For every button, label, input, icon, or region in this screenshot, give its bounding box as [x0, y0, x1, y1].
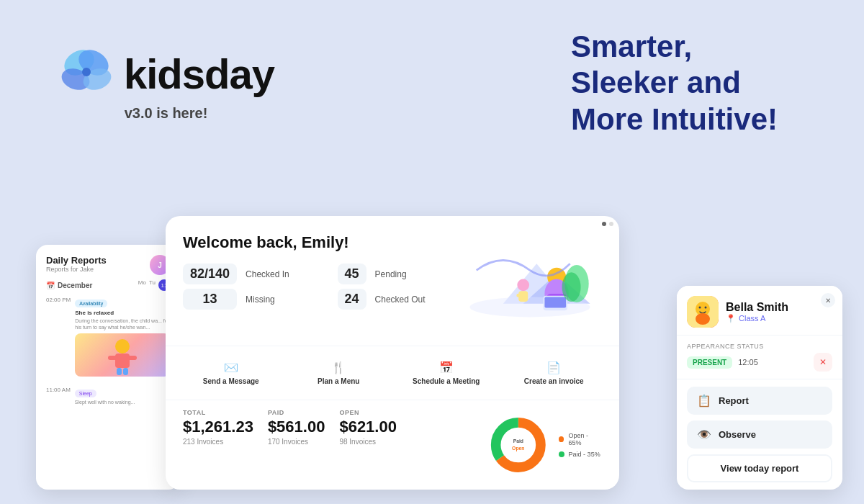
send-message-label: Send a Message [203, 377, 259, 385]
dashboard-top: Welcome back, Emily! 82/140 Checked In 4… [166, 216, 619, 346]
checked-in-label: Checked In [246, 269, 328, 279]
kidsday-logo-icon [58, 45, 115, 102]
missing-label: Missing [246, 294, 328, 305]
chart-container: Paid Open Open - 65% Paid - 35% [487, 409, 602, 481]
paid-legend-label: Paid - 35% [569, 451, 600, 458]
calendar-nav[interactable]: 📅 December Mo Tu 11 [46, 279, 170, 291]
main-dashboard-card: Welcome back, Emily! 82/140 Checked In 4… [166, 216, 619, 490]
svg-point-32 [705, 307, 707, 309]
open-stat: OPEN $621.00 98 Invoices [339, 409, 397, 481]
svg-rect-9 [117, 368, 122, 375]
plan-menu-label: Plan a Menu [318, 377, 359, 385]
header: kidsday v3.0 is here! Smarter, Sleeker a… [0, 0, 864, 152]
dashboard-bottom: TOTAL $1,261.23 213 Invoices PAID $561.0… [166, 400, 619, 490]
tagline-text: Smarter, Sleeker and More Intuitive! [571, 29, 778, 138]
time-label-1: 02:00 PM [46, 295, 71, 303]
daily-reports-subtitle: Reports for Jake [46, 266, 107, 273]
schedule-meeting-label: Schedule a Meeting [413, 377, 480, 385]
bella-avatar-illustration [687, 296, 719, 328]
bella-name: Bella Smith [726, 301, 832, 314]
class-label: Class A [739, 314, 765, 323]
view-today-button[interactable]: View today report [687, 454, 832, 482]
bella-info: Bella Smith 📍 Class A [726, 301, 832, 323]
total-stat: TOTAL $1,261.23 213 Invoices [183, 409, 253, 481]
month-label: December [58, 282, 92, 289]
svg-point-4 [82, 68, 91, 76]
daily-reports-title: Daily Reports [46, 255, 107, 266]
schedule-meeting-button[interactable]: 📅 Schedule a Meeting [392, 355, 500, 391]
open-legend: Open - 65% [559, 432, 602, 446]
schedule-meeting-icon: 📅 [439, 361, 454, 374]
checked-out-count: 24 [338, 289, 366, 310]
time-entry-2: 11:00 AM Sleep Slept well with no waking… [46, 385, 170, 405]
svg-point-19 [517, 279, 529, 292]
calendar-icon: 📅 [46, 282, 55, 289]
entry1-title: She is relaxed [75, 310, 170, 316]
present-badge: PRESENT [687, 356, 732, 369]
open-legend-label: Open - 65% [568, 432, 602, 446]
entry1-desc: During the conversation, the child wa...… [75, 318, 170, 330]
action-buttons-row: ✉️ Send a Message 🍴 Plan a Menu 📅 Schedu… [166, 346, 619, 400]
svg-rect-18 [544, 297, 566, 308]
dot-1 [602, 222, 606, 226]
bella-actions: 📋 Report 👁️ Observe View today report [677, 379, 842, 490]
bella-header: Bella Smith 📍 Class A ✕ [677, 286, 842, 336]
paid-invoices: 170 Invoices [268, 438, 325, 446]
svg-rect-8 [128, 356, 137, 360]
create-invoice-icon: 📄 [546, 361, 561, 374]
svg-text:Open: Open [512, 446, 524, 451]
dot-2 [609, 222, 613, 226]
bella-smith-card: Bella Smith 📍 Class A ✕ Appearance Statu… [677, 286, 842, 490]
send-message-icon: ✉️ [224, 361, 238, 374]
report-label: Report [719, 395, 749, 406]
observe-button[interactable]: 👁️ Observe [687, 420, 832, 449]
pending-count: 45 [338, 264, 366, 284]
welcome-title: Welcome back, Emily! [183, 233, 458, 252]
report-button[interactable]: 📋 Report [687, 387, 832, 415]
pending-label: Pending [375, 269, 458, 279]
dismiss-status-button[interactable]: ✕ [814, 353, 832, 372]
open-label: OPEN [339, 409, 397, 416]
daily-reports-card: Daily Reports Reports for Jake J 📅 Decem… [36, 245, 180, 490]
create-invoice-label: Create an invoice [524, 377, 584, 385]
entry1-image [75, 333, 170, 377]
time-entry-1: 02:00 PM Availability She is relaxed Dur… [46, 295, 170, 379]
appearance-status-row: PRESENT 12:05 ✕ [687, 353, 832, 372]
close-button[interactable]: ✕ [821, 293, 835, 307]
svg-rect-6 [115, 354, 130, 368]
create-invoice-button[interactable]: 📄 Create an invoice [500, 355, 608, 391]
paid-value: $561.00 [268, 418, 325, 436]
checked-out-label: Checked Out [375, 294, 458, 305]
observe-icon: 👁️ [697, 428, 711, 441]
plan-menu-button[interactable]: 🍴 Plan a Menu [285, 355, 393, 391]
open-value: $621.00 [339, 418, 397, 436]
svg-rect-21 [516, 294, 521, 297]
dashboard-illustration [458, 233, 602, 334]
pagination-dots [602, 222, 613, 226]
paid-label: PAID [268, 409, 325, 416]
report-icon: 📋 [697, 394, 711, 408]
paid-stat: PAID $561.00 170 Invoices [268, 409, 325, 481]
sleep-desc: Slept well with no waking... [75, 400, 170, 405]
svg-point-31 [699, 307, 701, 309]
checked-in-count: 82/140 [183, 264, 237, 284]
paid-legend: Paid - 35% [559, 451, 602, 458]
illustration-svg [462, 237, 598, 330]
version-label: v3.0 is here! [125, 105, 208, 122]
svg-point-23 [562, 272, 581, 302]
svg-text:Paid: Paid [513, 438, 523, 444]
svg-rect-7 [108, 356, 117, 360]
missing-count: 13 [183, 289, 237, 310]
time-label-2: 11:00 AM [46, 385, 71, 393]
tagline-section: Smarter, Sleeker and More Intuitive! [571, 29, 806, 138]
observe-label: Observe [719, 429, 756, 440]
svg-point-33 [696, 313, 710, 325]
availability-tag: Availability [75, 300, 107, 307]
appearance-label: Appearance Status [687, 343, 832, 350]
total-label: TOTAL [183, 409, 253, 416]
send-message-button[interactable]: ✉️ Send a Message [177, 355, 285, 391]
paid-dot [559, 451, 564, 457]
plan-menu-icon: 🍴 [331, 361, 346, 374]
class-icon: 📍 [726, 314, 736, 323]
child-illustration [86, 336, 158, 375]
